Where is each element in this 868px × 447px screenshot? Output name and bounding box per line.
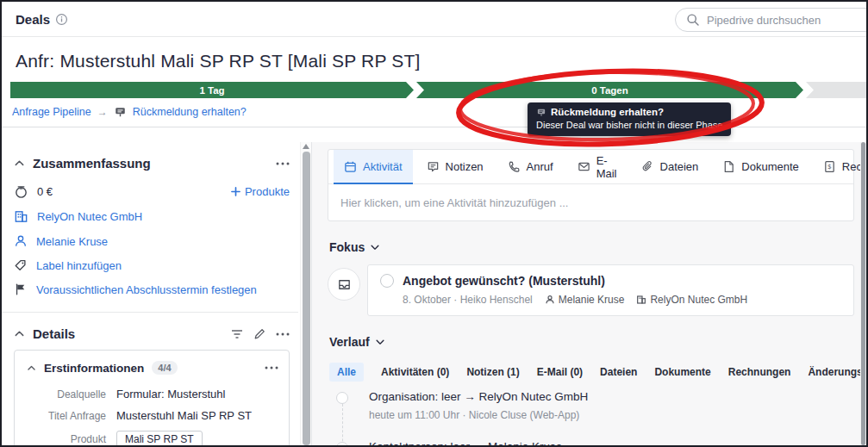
activity-organization[interactable]: RelyOn Nutec GmbH [636,294,747,306]
filter-aktivitaeten[interactable]: Aktivitäten (0) [381,366,449,378]
deals-label: Deals [16,12,50,27]
sidebar-divider [2,312,298,313]
tooltip-title: Rückmeldung erhalten? [551,107,664,117]
label-tag-icon [14,258,28,272]
set-close-date-link[interactable]: Voraussichtlichen Abschlusstermin festle… [36,283,257,296]
scrollbar-thumb[interactable] [861,142,865,445]
stage-tooltip: Rückmeldung erhalten? Dieser Deal war bi… [528,102,731,136]
summary-section-header[interactable]: Zusammenfassung [14,156,298,171]
search-input[interactable] [707,14,845,27]
filter-icon[interactable] [231,329,243,339]
focus-title: Fokus [329,240,365,254]
details-section-header[interactable]: Details [14,326,298,341]
activity-type-avatar [328,268,360,301]
paperclip-icon [641,160,654,173]
stage-segment-1[interactable]: 1 Tag [10,82,414,98]
scroll-up-arrow-icon[interactable] [303,144,309,149]
activity-title[interactable]: Angebot gewünscht? (Musterstuhl) [403,274,605,288]
arrow-right-icon: → [97,106,108,118]
sidebar: Zusammenfassung 0 € Produkte [2,142,300,445]
more-icon[interactable] [265,366,278,369]
focus-activity-card[interactable]: Angebot gewünscht? (Musterstuhl) 8. Okto… [367,264,854,316]
tab-label: Dokumente [741,160,798,173]
history-filter-bar: Alle Aktivitäten (0) Notizen (1) E-Mail … [329,363,855,382]
tab-label: Anruf [527,160,553,173]
pencil-icon[interactable] [253,328,265,340]
pipeline-stage-bar: 1 Tag 0 Tagen [10,82,866,98]
history-timeline: Organisation: leer → RelyOn Nutec GmbH h… [331,390,855,445]
calendar-icon [344,160,357,173]
field-value[interactable]: Musterstuhl Mali SP RP ST [116,409,252,422]
svg-text:$: $ [827,163,832,171]
more-icon[interactable] [276,162,298,165]
deal-value-icon [14,184,28,199]
filter-notizen[interactable]: Notizen (1) [466,366,519,378]
field-label: Titel Anfrage [23,410,106,422]
complete-activity-radio[interactable] [380,274,394,288]
activity-input-area[interactable] [328,184,853,220]
filter-dokumente[interactable]: Dokumente [654,366,710,378]
breadcrumb-stage-link[interactable]: Rückmeldung erhalten? [133,106,247,118]
tab-rechnung[interactable]: $ Rechnung [813,150,860,183]
stage-duration-label: 1 Tag [199,85,224,96]
info-icon[interactable] [55,13,68,26]
tab-anruf[interactable]: Anruf [497,150,564,183]
more-icon[interactable] [276,332,290,336]
tab-label: Dateien [660,160,699,173]
details-title: Details [33,326,223,341]
add-activity-input[interactable] [340,196,841,209]
organization-icon [14,209,28,224]
field-label: Dealquelle [23,388,106,400]
history-item: Organisation: leer → RelyOn Nutec GmbH h… [331,390,855,440]
feedback-sign-icon [536,108,546,117]
envelope-icon [578,160,590,173]
tab-label: Rechnung [842,160,860,173]
main-scrollbar[interactable] [860,142,866,445]
tab-aktivitaet[interactable]: Aktivität [334,150,413,183]
field-value[interactable]: Formular: Musterstuhl [116,388,225,400]
activity-composer-card: Aktivität Notizen Anruf [328,149,854,221]
sidebar-scrollbar[interactable] [300,142,311,445]
filter-alle[interactable]: Alle [329,363,364,382]
activity-org-name: RelyOn Nutec GmbH [650,294,747,306]
focus-section-header[interactable]: Fokus [329,240,855,254]
flag-icon [14,282,28,296]
filter-dateien[interactable]: Dateien [600,366,637,378]
main-panel: Aktivität Notizen Anruf [311,142,860,445]
history-item-title: Kontaktperson: leer → Melanie Kruse [369,440,855,445]
product-chip[interactable]: Mali SP RP ST [116,431,203,445]
history-item-title: Organisation: leer → RelyOn Nutec GmbH [369,390,855,403]
breadcrumb-pipeline-link[interactable]: Anfrage Pipeline [12,106,91,118]
filter-email[interactable]: E-Mail (0) [537,366,583,378]
history-title: Verlauf [329,335,370,349]
inbox-tray-icon [337,277,352,292]
tab-dokumente[interactable]: Dokumente [712,150,809,183]
search-icon [686,13,700,27]
global-search[interactable] [675,8,868,32]
tab-email[interactable]: E-Mail [567,150,628,183]
scrollbar-thumb[interactable] [303,152,310,445]
filter-rechnungen[interactable]: Rechnungen [728,366,791,378]
note-icon [427,160,440,173]
activity-person-name: Melanie Kruse [559,294,625,306]
tab-dateien[interactable]: Dateien [631,150,709,183]
activity-person[interactable]: Melanie Kruse [545,294,625,306]
person-link[interactable]: Melanie Kruse [36,235,108,248]
tab-notizen[interactable]: Notizen [416,150,494,183]
add-label-link[interactable]: Label hinzufügen [36,259,122,272]
first-info-header[interactable]: Erstinformationen 4/4 [15,351,289,383]
history-section-header[interactable]: Verlauf [329,335,855,349]
add-products-button[interactable]: Produkte [231,185,298,198]
organization-link[interactable]: RelyOn Nutec GmbH [37,210,142,223]
field-dealquelle: Dealquelle Formular: Musterstuhl [15,383,289,405]
deal-title: Anfr: Musterstuhl Mali SP RP ST [Mali SP… [2,37,866,82]
content-area: Zusammenfassung 0 € Produkte [2,142,866,445]
filter-aenderungsprotokoll[interactable]: Änderungsprotokoll [808,366,860,378]
history-item: Kontaktperson: leer → Melanie Kruse [331,440,855,445]
invoice-icon: $ [823,160,836,173]
stage-segment-2[interactable]: 0 Tagen [416,82,803,98]
document-icon [722,160,735,173]
stage-segment-3[interactable] [806,82,866,98]
phone-icon [508,160,521,173]
history-item-meta: heute um 11:00 Uhr · Nicole Cluse (Web-A… [369,409,855,421]
